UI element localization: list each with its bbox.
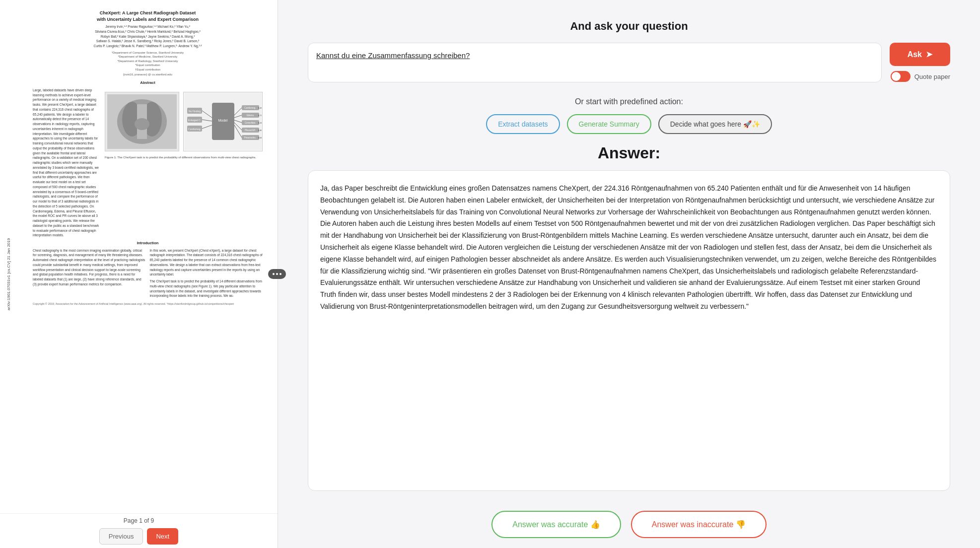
svg-text:Pleural Eff.: Pleural Eff. — [245, 129, 256, 132]
svg-text:Model: Model — [218, 119, 228, 122]
svg-text:Pneumotho.: Pneumotho. — [244, 137, 256, 139]
answer-text-box: Ja, das Paper beschreibt die Entwicklung… — [308, 170, 950, 491]
intro-text: Chest radiography is the most common ima… — [33, 248, 146, 287]
figure-caption: Figure 1: The CheXpert task is to predic… — [105, 155, 263, 159]
predefined-actions-list: Extract datasets Generate Summary Decide… — [308, 114, 950, 134]
panel-resize-handle[interactable] — [268, 269, 286, 279]
ask-label: Ask — [908, 50, 922, 59]
paper-main-content: CheXpert: A Large Chest Radiograph Datas… — [18, 0, 278, 513]
paper-contact: {irvin16, pranavsr} @ cs.stanford.edu — [33, 72, 263, 76]
paper-panel: arXiv:1901.07031v1 [cs.CV] 21 Jan 2019 C… — [0, 0, 278, 548]
svg-point-5 — [135, 118, 149, 130]
handle-dot-2 — [276, 273, 278, 275]
paper-authors: Jeremy Irvin,¹·² Pranav Rajpurkar,¹·² Mi… — [33, 24, 263, 49]
right-panel: And ask your question Kannst du eine Zus… — [278, 0, 980, 548]
arxiv-label: arXiv:1901.07031v1 [cs.CV] 21 Jan 2019 — [7, 238, 11, 310]
model-diagram: No Finding Enlarged C. Cardiomeg. Model — [183, 92, 263, 151]
answer-inaccurate-button[interactable]: Answer was inaccurate 👎 — [631, 511, 767, 538]
page-indicator: Page 1 of 9 — [124, 517, 154, 524]
answer-text: Ja, das Paper beschreibt die Entwicklung… — [320, 184, 936, 310]
svg-text:Edema: Edema — [246, 114, 254, 117]
generate-summary-label: Generate Summary — [579, 120, 639, 128]
decide-label: Decide what goes here 🚀✨ — [670, 120, 760, 128]
toggle-knob — [892, 72, 901, 81]
svg-text:Enlarged C.: Enlarged C. — [188, 119, 201, 122]
quote-paper-label: Quote paper — [914, 73, 950, 80]
svg-text:0.73: 0.73 — [258, 114, 262, 117]
svg-text:0.28: 0.28 — [258, 107, 262, 109]
copyright-text: Copyright © 2019, Association for the Ad… — [33, 302, 263, 306]
previous-button[interactable]: Previous — [99, 528, 143, 545]
question-section: And ask your question Kannst du eine Zus… — [308, 20, 950, 82]
svg-text:0.08: 0.08 — [258, 137, 262, 139]
xray-image — [105, 92, 179, 151]
intro-text-3: The CheXpert task is to predict the prob… — [150, 279, 263, 298]
ask-button[interactable]: Ask ➤ — [890, 43, 950, 66]
handle-dot-1 — [273, 273, 275, 275]
abstract-heading: Abstract — [33, 80, 263, 86]
decide-what-goes-here-button[interactable]: Decide what goes here 🚀✨ — [658, 114, 772, 134]
answer-section: Answer: Ja, das Paper beschreibt die Ent… — [308, 144, 950, 491]
next-button[interactable]: Next — [147, 528, 178, 545]
send-icon: ➤ — [926, 50, 932, 59]
feedback-buttons: Answer was accurate 👍 Answer was inaccur… — [278, 501, 980, 548]
quote-paper-row: Quote paper — [890, 71, 950, 82]
svg-text:No Finding: No Finding — [188, 110, 200, 113]
predefined-title: Or start with predefined action: — [308, 97, 950, 106]
question-section-title: And ask your question — [308, 20, 950, 33]
extract-datasets-button[interactable]: Extract datasets — [486, 114, 560, 134]
paper-affiliations: ¹Department of Computer Science, Stanfor… — [33, 51, 263, 71]
arxiv-side-label: arXiv:1901.07031v1 [cs.CV] 21 Jan 2019 — [0, 0, 18, 513]
intro-heading: Introduction — [33, 241, 263, 246]
answer-accurate-button[interactable]: Answer was accurate 👍 — [491, 511, 621, 538]
quote-paper-toggle[interactable] — [891, 71, 910, 82]
question-box: Kannst du eine Zusammenfassung schreiben… — [308, 43, 882, 82]
svg-text:Cardiomeg.: Cardiomeg. — [188, 128, 201, 131]
predefined-actions-section: Or start with predefined action: Extract… — [308, 97, 950, 134]
paper-title: CheXpert: A Large Chest Radiograph Datas… — [33, 10, 263, 22]
generate-summary-button[interactable]: Generate Summary — [567, 114, 651, 134]
svg-text:Cardiomeg.: Cardiomeg. — [244, 107, 256, 109]
question-text: Kannst du eine Zusammenfassung schreiben… — [316, 51, 470, 60]
intro-text-2: In this work, we present CheXpert (Chest… — [150, 248, 263, 277]
handle-dot-3 — [280, 273, 281, 275]
extract-datasets-label: Extract datasets — [498, 120, 548, 128]
paper-navigation: Page 1 of 9 Previous Next — [0, 513, 278, 548]
abstract-text: Large, labeled datasets have driven deep… — [33, 88, 101, 238]
answer-title: Answer: — [308, 144, 950, 162]
question-input-area: Kannst du eine Zusammenfassung schreiben… — [308, 43, 950, 82]
svg-text:Consolidat.: Consolidat. — [244, 122, 256, 124]
ask-controls: Ask ➤ Quote paper — [890, 43, 950, 82]
svg-text:0.46: 0.46 — [258, 129, 262, 132]
svg-text:0.21: 0.21 — [258, 122, 262, 124]
